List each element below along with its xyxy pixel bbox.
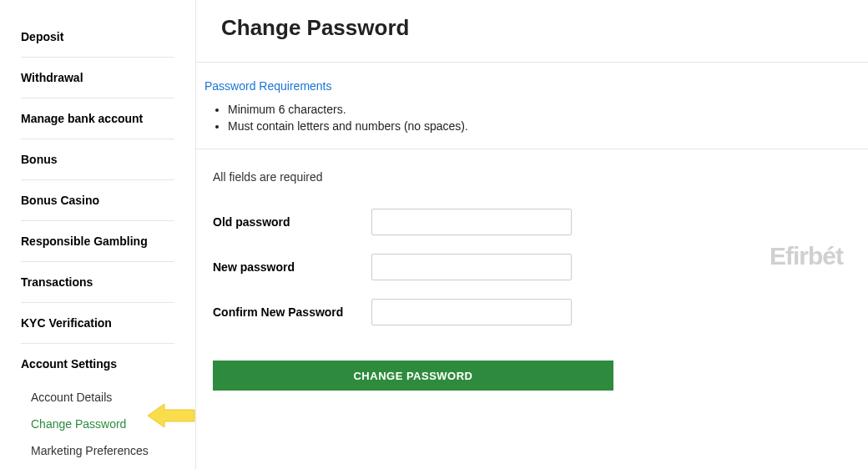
sidebar-sub-items: Account Details Change Password Marketin…	[21, 384, 195, 464]
password-requirements-list: Minimum 6 characters. Must contain lette…	[204, 103, 868, 133]
sidebar-item-kyc[interactable]: KYC Verification	[21, 303, 174, 344]
sidebar-item-responsible-gambling[interactable]: Responsible Gambling	[21, 221, 174, 262]
page-title: Change Password	[196, 0, 868, 63]
sidebar-item-withdrawal[interactable]: Withdrawal	[21, 58, 174, 98]
old-password-label: Old password	[213, 215, 371, 229]
form-row-new-password: New password	[213, 254, 851, 280]
sub-item-change-password[interactable]: Change Password	[31, 411, 195, 437]
sidebar-item-bonus[interactable]: Bonus	[21, 139, 174, 180]
change-password-form: All fields are required Old password New…	[196, 149, 868, 391]
main-content: Change Password Password Requirements Mi…	[195, 0, 868, 469]
requirement-item: Minimum 6 characters.	[228, 103, 868, 116]
password-requirements-section: Password Requirements Minimum 6 characte…	[196, 63, 868, 149]
sub-item-account-details[interactable]: Account Details	[31, 384, 195, 411]
new-password-label: New password	[213, 260, 371, 274]
password-requirements-heading: Password Requirements	[204, 79, 868, 93]
change-password-button[interactable]: CHANGE PASSWORD	[213, 361, 613, 391]
sidebar-item-transactions[interactable]: Transactions	[21, 262, 174, 303]
sidebar-item-manage-bank[interactable]: Manage bank account	[21, 98, 174, 139]
sidebar-item-deposit[interactable]: Deposit	[21, 17, 174, 58]
sidebar: Deposit Withdrawal Manage bank account B…	[0, 0, 196, 469]
form-row-old-password: Old password	[213, 209, 851, 235]
all-fields-required-text: All fields are required	[213, 170, 851, 184]
sidebar-item-account-settings[interactable]: Account Settings	[21, 344, 174, 384]
confirm-password-field[interactable]	[371, 299, 572, 325]
sidebar-item-bonus-casino[interactable]: Bonus Casino	[21, 180, 174, 221]
new-password-field[interactable]	[371, 254, 572, 280]
confirm-password-label: Confirm New Password	[213, 305, 371, 319]
sub-item-marketing-prefs[interactable]: Marketing Preferences	[31, 437, 195, 464]
requirement-item: Must contain letters and numbers (no spa…	[228, 119, 868, 133]
old-password-field[interactable]	[371, 209, 572, 235]
form-row-confirm-password: Confirm New Password	[213, 299, 851, 325]
